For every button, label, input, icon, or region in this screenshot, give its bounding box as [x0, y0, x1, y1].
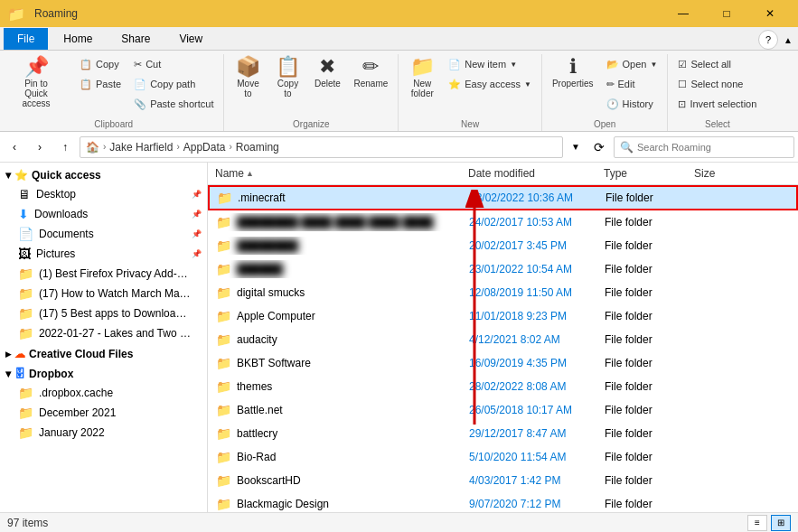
open-label: Open — [542, 119, 667, 129]
paste-button[interactable]: 📋 Paste — [75, 74, 126, 94]
tab-share[interactable]: Share — [108, 28, 164, 50]
select-all-button[interactable]: ☑ Select all — [673, 54, 761, 74]
delete-icon: ✖ — [319, 57, 335, 77]
creative-cloud-section: ▸ ☁ Creative Cloud Files — [0, 345, 207, 363]
file-name: themes — [237, 380, 272, 393]
table-row[interactable]: 📁Apple Computer11/01/2018 9:23 PMFile fo… — [208, 304, 798, 328]
file-date: 11/01/2018 9:23 PM — [462, 308, 597, 324]
invert-selection-button[interactable]: ⊡ Invert selection — [673, 94, 761, 114]
sidebar-item-dropbox-cache[interactable]: 📁 .dropbox.cache — [0, 383, 207, 403]
file-name: digital smucks — [237, 286, 305, 299]
column-name[interactable]: Name ▲ — [208, 165, 461, 182]
table-row[interactable]: 📁audacity4/12/2021 8:02 AMFile folder — [208, 328, 798, 351]
ribbon-group-select: ☑ Select all ☐ Select none ⊡ Invert sele… — [668, 54, 766, 131]
file-name: BookscartHD — [237, 474, 301, 487]
sidebar-item-desktop[interactable]: 🖥 Desktop 📌 — [0, 184, 207, 204]
path-appdata[interactable]: AppData — [183, 141, 226, 154]
sidebar-item-documents[interactable]: 📄 Documents 📌 — [0, 224, 207, 244]
address-path[interactable]: 🏠 › Jake Harfield › AppData › Roaming — [80, 136, 563, 158]
column-type[interactable]: Type — [596, 165, 687, 182]
tab-file[interactable]: File — [4, 28, 48, 50]
file-date: 4/03/2017 1:42 PM — [462, 472, 597, 489]
folder-icon: 📁 — [216, 379, 231, 394]
table-row[interactable]: 📁Blackmagic Design9/07/2020 7:12 PMFile … — [208, 492, 798, 512]
invert-selection-icon: ⊡ — [678, 98, 686, 110]
search-input[interactable] — [637, 142, 788, 153]
file-name: audacity — [237, 333, 277, 346]
sidebar-item-pictures[interactable]: 🖼 Pictures 📌 — [0, 244, 207, 264]
folder-icon: 📁 — [216, 262, 231, 276]
copy-path-button[interactable]: 📄 Copy path — [129, 74, 218, 94]
close-button[interactable]: ✕ — [749, 0, 791, 27]
forward-button[interactable]: › — [29, 136, 51, 158]
table-row[interactable]: 📁████████ ████ ████ ████ ████24/02/2017 … — [208, 210, 798, 234]
creative-cloud-header[interactable]: ▸ ☁ Creative Cloud Files — [0, 345, 207, 363]
sidebar-item-march-madness[interactable]: 📁 (17) How to Watch March Madness 20... — [0, 284, 207, 303]
file-type: File folder — [597, 449, 688, 465]
sidebar-item-december-2021[interactable]: 📁 December 2021 — [0, 403, 207, 423]
sidebar-item-lakes[interactable]: 📁 2022-01-27 - Lakes and Two Rocks — [0, 323, 207, 343]
minimize-button[interactable]: — — [662, 0, 704, 27]
table-row[interactable]: 📁██████23/01/2022 10:54 AMFile folder — [208, 257, 798, 281]
sidebar-item-firefox[interactable]: 📁 (1) Best Firefox Privacy Add-ons for..… — [0, 264, 207, 284]
sidebar-item-music[interactable]: 📁 (17) 5 Best apps to Download Music on.… — [0, 303, 207, 323]
help-button[interactable]: ? — [758, 30, 778, 50]
maximize-button[interactable]: □ — [706, 0, 747, 27]
tab-view[interactable]: View — [165, 28, 216, 50]
move-to-button[interactable]: 📦 Move to — [230, 54, 266, 101]
open-icon: 📂 — [606, 59, 619, 70]
address-dropdown-button[interactable]: ▼ — [567, 136, 585, 158]
table-row[interactable]: 📁Battle.net26/05/2018 10:17 AMFile folde… — [208, 398, 798, 422]
tab-home[interactable]: Home — [50, 28, 106, 50]
file-type: File folder — [597, 214, 688, 230]
path-jake[interactable]: Jake Harfield — [109, 141, 173, 154]
column-size[interactable]: Size — [687, 165, 741, 182]
table-row[interactable]: 📁.minecraft13/02/2022 10:36 AMFile folde… — [208, 185, 798, 210]
details-view-button[interactable]: ≡ — [747, 515, 767, 531]
path-roaming[interactable]: Roaming — [236, 141, 279, 154]
ribbon-collapse-button[interactable]: ▲ — [778, 30, 798, 50]
file-name-cell: 📁audacity — [209, 331, 462, 349]
quick-access-header[interactable]: ▾ ⭐ Quick access — [0, 166, 207, 184]
back-button[interactable]: ‹ — [4, 136, 25, 158]
new-item-button[interactable]: 📄 New item ▼ — [444, 54, 536, 74]
easy-access-icon: ⭐ — [448, 79, 461, 90]
search-box[interactable]: 🔍 — [614, 136, 794, 158]
file-name-cell: 📁BKBT Software — [209, 354, 462, 372]
delete-button[interactable]: ✖ Delete — [309, 54, 345, 91]
sidebar-item-downloads[interactable]: ⬇ Downloads 📌 — [0, 204, 207, 224]
sidebar-item-january-2022[interactable]: 📁 January 2022 — [0, 423, 207, 443]
table-row[interactable]: 📁digital smucks12/08/2019 11:50 AMFile f… — [208, 281, 798, 304]
history-button[interactable]: 🕐 History — [602, 94, 662, 114]
new-label: New — [399, 119, 541, 129]
table-row[interactable]: 📁BookscartHD4/03/2017 1:42 PMFile folder — [208, 469, 798, 492]
open-button[interactable]: 📂 Open ▼ — [602, 54, 662, 74]
table-row[interactable]: 📁themes28/02/2022 8:08 AMFile folder — [208, 375, 798, 398]
title-bar: 📁 Roaming — □ ✕ — [0, 0, 798, 27]
up-button[interactable]: ↑ — [54, 136, 76, 158]
select-none-button[interactable]: ☐ Select none — [673, 74, 761, 94]
table-row[interactable]: 📁Bio-Rad5/10/2020 11:54 AMFile folder — [208, 445, 798, 469]
cut-button[interactable]: ✂ Cut — [129, 54, 218, 74]
copy-button[interactable]: 📋 Copy — [75, 54, 126, 74]
file-date: 13/02/2022 10:36 AM — [463, 190, 598, 206]
table-row[interactable]: 📁████████20/02/2017 3:45 PMFile folder — [208, 234, 798, 257]
new-folder-button[interactable]: 📁 New folder — [404, 54, 440, 101]
table-row[interactable]: 📁BKBT Software16/09/2019 4:35 PMFile fol… — [208, 351, 798, 375]
properties-button[interactable]: ℹ Properties — [548, 54, 598, 91]
pin-to-quick-access-button[interactable]: 📌 Pin to Quick access — [9, 54, 63, 111]
dropbox-header[interactable]: ▾ 🗄 Dropbox — [0, 365, 207, 383]
paste-icon: 📋 — [80, 79, 92, 90]
folder-icon: 📁 — [216, 238, 231, 253]
march-madness-icon: 📁 — [18, 286, 33, 301]
table-row[interactable]: 📁battlecry29/12/2017 8:47 AMFile folder — [208, 422, 798, 445]
refresh-button[interactable]: ⟳ — [588, 136, 610, 158]
easy-access-button[interactable]: ⭐ Easy access ▼ — [444, 74, 536, 94]
rename-button[interactable]: ✏ Rename — [349, 54, 392, 91]
column-date-modified[interactable]: Date modified — [461, 165, 596, 182]
edit-button[interactable]: ✏ Edit — [602, 74, 662, 94]
folder-icon: 📁 — [216, 403, 231, 417]
paste-shortcut-button[interactable]: 📎 Paste shortcut — [129, 94, 218, 114]
copy-to-button[interactable]: 📋 Copy to — [269, 54, 305, 101]
large-icons-view-button[interactable]: ⊞ — [771, 515, 791, 531]
